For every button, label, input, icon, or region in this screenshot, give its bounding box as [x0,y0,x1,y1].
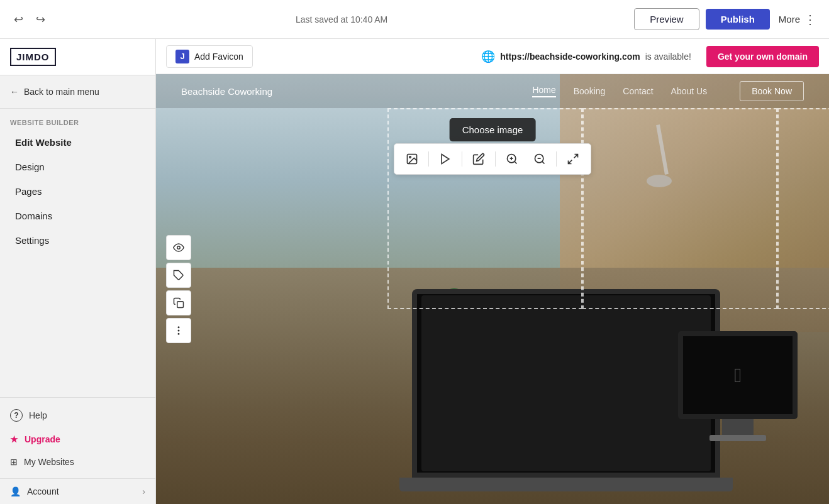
fullscreen-button[interactable] [562,148,584,170]
edit-image-button[interactable] [467,148,490,170]
floating-toolbar [166,235,191,343]
account-button[interactable]: 👤 Account › [0,478,155,504]
nav-link-contact[interactable]: Contact [623,86,653,96]
person-icon: 👤 [10,486,21,496]
domain-available-text: is available! [645,52,691,62]
upgrade-label: Upgrade [25,434,60,444]
sidebar-item-settings[interactable]: Settings [5,229,150,252]
visibility-button[interactable] [166,235,191,260]
more-options-button[interactable] [166,318,191,343]
book-now-button[interactable]: Book Now [740,81,804,101]
choose-image-tooltip: Choose image [450,118,536,141]
svg-line-8 [542,162,545,164]
zoom-in-button[interactable] [501,148,523,170]
redo-button[interactable]: ↪ [32,9,49,30]
save-status: Last saved at 10:40 AM [57,14,626,25]
svg-point-15 [178,327,179,328]
jimdo-logo: JIMDO [10,48,56,66]
svg-point-12 [177,246,181,249]
help-button[interactable]: ? Help [0,403,155,428]
favicon-icon: J [175,50,189,63]
website-preview[interactable]: Beachside Coworking Home Booking Contact… [156,74,829,504]
help-icon: ? [10,409,23,422]
nav-link-booking[interactable]: Booking [574,86,606,96]
globe-icon: 🌐 [481,50,495,63]
more-label: More [779,14,800,25]
star-icon: ★ [10,434,18,444]
add-favicon-label: Add Favicon [194,52,243,62]
domain-url: https://beachside-coworking.com [500,52,640,62]
svg-rect-14 [177,302,184,308]
my-websites-button[interactable]: ⊞ My Websites [0,451,155,473]
chevron-right-icon: › [142,486,145,496]
nav-link-about[interactable]: About Us [671,86,708,96]
upgrade-button[interactable]: ★ Upgrade [0,428,155,451]
grid-icon: ⊞ [10,457,18,467]
back-label: Back to main menu [24,87,99,97]
account-label: Account [27,486,59,496]
video-button[interactable] [434,148,457,170]
publish-button[interactable]: Publish [706,9,770,30]
preview-button[interactable]: Preview [634,8,699,30]
zoom-out-button[interactable] [528,148,551,170]
replace-image-button[interactable] [401,148,423,170]
main-layout: JIMDO ← Back to main menu WEBSITE BUILDE… [0,39,829,504]
svg-line-11 [569,160,572,164]
svg-point-17 [178,334,179,335]
undo-icon: ↩ [14,13,23,26]
toolbar-actions: Preview Publish More ⋮ [634,7,819,32]
image-toolbar [394,143,591,175]
sidebar-logo-area: JIMDO [0,39,155,75]
sidebar-item-domains[interactable]: Domains [5,204,150,227]
label-button[interactable] [166,263,191,288]
undo-button[interactable]: ↩ [10,9,27,30]
svg-line-10 [574,155,578,158]
back-to-main-menu-button[interactable]: ← Back to main menu [0,75,155,109]
canvas-area: J Add Favicon 🌐 https://beachside-cowork… [156,39,829,504]
top-toolbar: ↩ ↪ Last saved at 10:40 AM Preview Publi… [0,0,829,39]
sidebar-item-edit-website[interactable]: Edit Website [5,131,150,154]
more-button[interactable]: More ⋮ [776,7,819,32]
sidebar-bottom-section: ? Help ★ Upgrade ⊞ My Websites [0,397,155,478]
domain-info: 🌐 https://beachside-coworking.com is ava… [481,46,819,67]
sidebar: JIMDO ← Back to main menu WEBSITE BUILDE… [0,39,156,504]
copy-button[interactable] [166,290,191,315]
nav-link-home[interactable]: Home [532,85,555,97]
sidebar-item-design[interactable]: Design [5,155,150,178]
svg-line-4 [515,162,517,164]
website-nav: Beachside Coworking Home Booking Contact… [156,74,829,108]
undo-redo-group: ↩ ↪ [10,9,49,30]
sidebar-item-pages[interactable]: Pages [5,180,150,203]
sidebar-section-label: WEBSITE BUILDER [0,109,155,130]
svg-point-16 [178,330,179,331]
svg-marker-2 [442,155,449,164]
dots-vertical-icon: ⋮ [804,12,816,27]
canvas-topbar: J Add Favicon 🌐 https://beachside-cowork… [156,39,829,74]
get-domain-button[interactable]: Get your own domain [706,46,819,67]
arrow-left-icon: ← [10,87,19,97]
site-title: Beachside Coworking [181,86,272,97]
redo-icon: ↪ [36,13,45,26]
add-favicon-button[interactable]: J Add Favicon [166,45,253,68]
help-label: Help [29,410,47,420]
my-websites-label: My Websites [24,457,74,467]
svg-point-1 [409,156,411,158]
nav-links: Home Booking Contact About Us Book Now [532,81,804,101]
